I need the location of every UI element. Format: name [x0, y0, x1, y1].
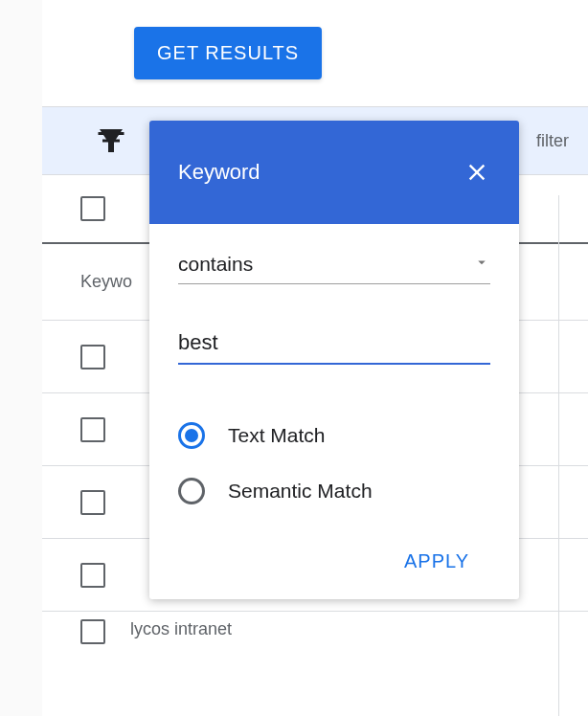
filter-input-container	[178, 330, 490, 365]
filter-value-input[interactable]	[178, 330, 490, 355]
row-checkbox[interactable]	[80, 345, 105, 369]
close-icon[interactable]	[464, 159, 490, 186]
radio-label: Text Match	[228, 424, 326, 447]
row-checkbox[interactable]	[80, 563, 105, 588]
column-divider	[558, 195, 559, 716]
popup-title: Keyword	[178, 160, 260, 185]
condition-select[interactable]: contains	[178, 253, 490, 284]
condition-select-value: contains	[178, 253, 253, 276]
row-checkbox[interactable]	[80, 619, 105, 644]
match-type-radio-group: Text Match Semantic Match	[178, 422, 490, 504]
radio-semantic-match[interactable]: Semantic Match	[178, 478, 490, 504]
popup-body: contains Text Match Semantic Match APPLY	[149, 224, 519, 599]
radio-unselected-icon	[178, 478, 205, 504]
row-keyword-text: lycos intranet	[130, 619, 232, 639]
filter-icon[interactable]	[94, 123, 128, 158]
top-actions: GET RESULTS	[42, 0, 588, 106]
keyword-filter-popup: Keyword contains Text Match Semantic Mat…	[149, 121, 519, 599]
popup-header: Keyword	[149, 121, 519, 224]
get-results-button[interactable]: GET RESULTS	[134, 27, 322, 79]
column-header-keyword[interactable]: Keywo	[80, 272, 132, 292]
row-checkbox[interactable]	[80, 417, 105, 442]
filter-label: filter	[536, 131, 569, 151]
radio-text-match[interactable]: Text Match	[178, 422, 490, 449]
chevron-down-icon	[473, 254, 490, 275]
row-checkbox[interactable]	[80, 490, 105, 515]
radio-selected-icon	[178, 422, 205, 449]
apply-button[interactable]: APPLY	[393, 543, 481, 580]
select-all-checkbox[interactable]	[80, 196, 105, 221]
radio-label: Semantic Match	[228, 480, 373, 503]
table-row: lycos intranet	[42, 612, 588, 644]
popup-actions: APPLY	[178, 543, 490, 580]
